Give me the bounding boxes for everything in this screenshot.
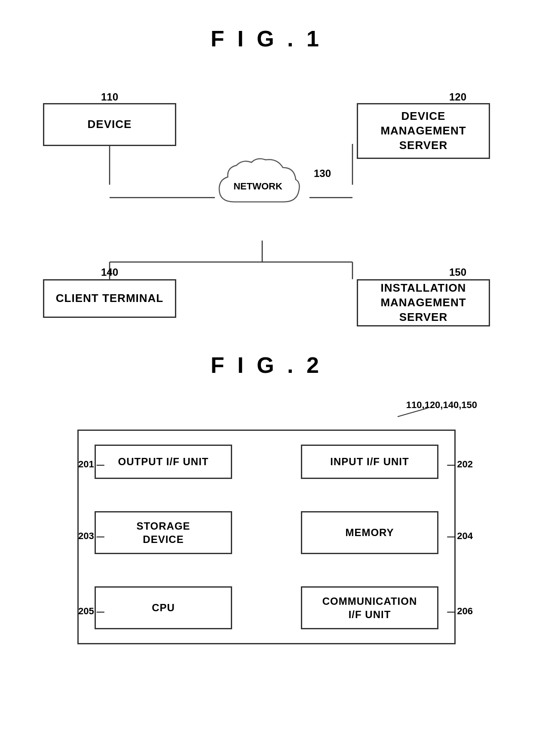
memory-ref: — 204 — [447, 530, 473, 542]
fig1-diagram: DEVICE 110 DEVICE MANAGEMENT SERVER 120 … — [30, 69, 503, 318]
installation-mgmt-ref: 150 — [449, 266, 466, 278]
device-mgmt-server-box: DEVICE MANAGEMENT SERVER — [357, 103, 490, 159]
fig2-section: F I G . 2 110,120,140,150 — [26, 352, 507, 653]
input-if-ref: — 202 — [447, 459, 473, 470]
storage-ref: 203 — — [78, 530, 104, 542]
device-ref: 110 — [101, 91, 118, 103]
memory-label: MEMORY — [345, 526, 394, 539]
fig2-title: F I G . 2 — [26, 352, 507, 378]
client-terminal-ref: 140 — [101, 266, 118, 278]
cpu-ref: 205 — — [78, 606, 104, 617]
cpu-box: CPU — [95, 586, 232, 629]
fig1-title: F I G . 1 — [26, 26, 507, 52]
cpu-label: CPU — [152, 601, 175, 614]
output-if-box: OUTPUT I/F UNIT — [95, 445, 232, 479]
memory-box: MEMORY — [301, 511, 438, 554]
output-if-ref: 201 — — [78, 459, 104, 470]
device-mgmt-ref: 120 — [449, 91, 466, 103]
network-ref: 130 — [314, 168, 331, 180]
output-if-label: OUTPUT I/F UNIT — [118, 455, 209, 468]
comm-if-label: COMMUNICATION I/F UNIT — [322, 594, 417, 621]
installation-mgmt-label: INSTALLATION MANAGEMENT SERVER — [380, 281, 466, 324]
storage-box: STORAGE DEVICE — [95, 511, 232, 554]
svg-line-8 — [398, 408, 428, 417]
storage-label: STORAGE DEVICE — [136, 519, 190, 546]
fig2-diagram: OUTPUT I/F UNIT 201 — INPUT I/F UNIT — 2… — [56, 421, 477, 653]
device-box: DEVICE — [43, 103, 176, 146]
comm-if-box: COMMUNICATION I/F UNIT — [301, 586, 438, 629]
installation-mgmt-box: INSTALLATION MANAGEMENT SERVER — [357, 279, 490, 326]
client-terminal-label: CLIENT TERMINAL — [56, 291, 163, 306]
input-if-box: INPUT I/F UNIT — [301, 445, 438, 479]
device-label: DEVICE — [88, 117, 132, 132]
network-cloud: NETWORK — [211, 155, 305, 216]
page: F I G . 1 DEVICE 110 DEVICE MAN — [0, 0, 533, 756]
comm-if-ref: — 206 — [447, 606, 473, 617]
client-terminal-box: CLIENT TERMINAL — [43, 279, 176, 318]
device-mgmt-label: DEVICE MANAGEMENT SERVER — [380, 109, 466, 152]
input-if-label: INPUT I/F UNIT — [330, 455, 409, 468]
